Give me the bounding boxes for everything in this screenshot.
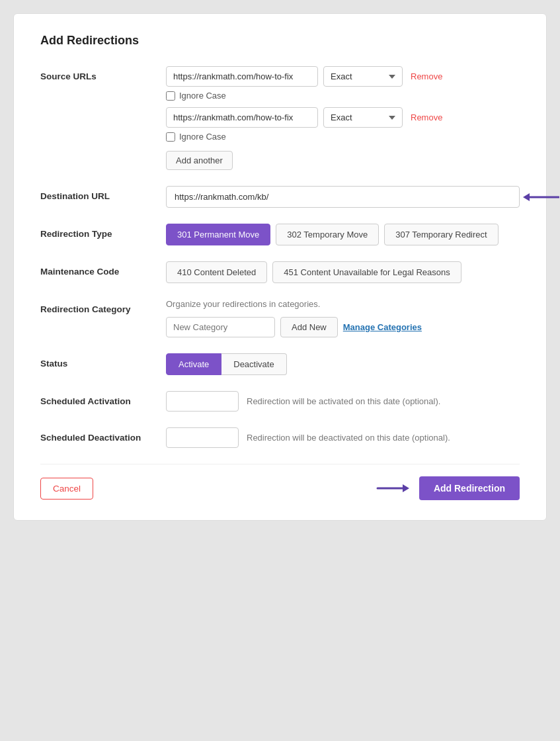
ignore-case-label-1: Ignore Case (179, 91, 226, 101)
svg-marker-0 (523, 193, 530, 201)
status-row: Status Activate Deactivate (40, 353, 520, 375)
deactivate-button[interactable]: Deactivate (221, 353, 286, 375)
category-input[interactable] (166, 317, 275, 337)
source-url-entry-2: Exact Contains Starts With Ends With Reg… (166, 107, 520, 128)
manage-categories-button[interactable]: Manage Categories (343, 322, 422, 332)
redirection-category-content: Organize your redirections in categories… (166, 299, 520, 337)
ignore-case-row-1: Ignore Case (166, 91, 520, 101)
maintenance-buttons: 410 Content Deleted 451 Content Unavaila… (166, 261, 520, 283)
remove-button-1[interactable]: Remove (408, 71, 445, 81)
cancel-button[interactable]: Cancel (40, 478, 93, 500)
source-url-input-1[interactable] (166, 66, 318, 87)
type-btn-307[interactable]: 307 Temporary Redirect (384, 224, 499, 245)
footer-row: Cancel Add Redirection (40, 464, 520, 500)
redirection-type-label: Redirection Type (40, 224, 166, 239)
redirection-category-row: Redirection Category Organize your redir… (40, 299, 520, 337)
redirection-type-buttons: 301 Permanent Move 302 Temporary Move 30… (166, 224, 520, 245)
status-buttons: Activate Deactivate (166, 353, 520, 375)
scheduled-activation-row: Scheduled Activation Redirection will be… (40, 391, 520, 412)
scheduled-deactivation-row: Scheduled Deactivation Redirection will … (40, 427, 520, 448)
scheduled-activation-note: Redirection will be activated on this da… (247, 396, 440, 406)
destination-url-content (166, 186, 520, 208)
match-select-2[interactable]: Exact Contains Starts With Ends With Reg… (323, 107, 403, 128)
maintenance-code-content: 410 Content Deleted 451 Content Unavaila… (166, 261, 520, 283)
scheduled-deactivation-note: Redirection will be deactivated on this … (247, 433, 450, 443)
destination-wrapper (166, 186, 520, 208)
add-redirection-arrow-icon (376, 481, 409, 496)
svg-marker-1 (403, 484, 409, 492)
redirection-type-content: 301 Permanent Move 302 Temporary Move 30… (166, 224, 520, 245)
destination-arrow-indicator (523, 189, 559, 205)
source-url-input-2[interactable] (166, 107, 318, 128)
arrow-icon (523, 189, 559, 205)
add-new-button[interactable]: Add New (280, 317, 338, 337)
source-urls-label: Source URLs (40, 66, 166, 81)
category-row: Add New Manage Categories (166, 317, 520, 337)
destination-url-label: Destination URL (40, 186, 166, 201)
redirection-category-label: Redirection Category (40, 299, 166, 314)
ignore-case-checkbox-2[interactable] (166, 132, 175, 142)
destination-url-input[interactable] (166, 186, 520, 208)
source-urls-content: Exact Contains Starts With Ends With Reg… (166, 66, 520, 170)
ignore-case-checkbox-1[interactable] (166, 91, 175, 101)
scheduled-activation-inner: Redirection will be activated on this da… (166, 391, 520, 412)
maint-btn-451[interactable]: 451 Content Unavailable for Legal Reason… (272, 261, 461, 283)
source-urls-row: Source URLs Exact Contains Starts With E… (40, 66, 520, 170)
page-title: Add Redirections (40, 34, 520, 48)
scheduled-activation-label: Scheduled Activation (40, 391, 166, 406)
maintenance-code-row: Maintenance Code 410 Content Deleted 451… (40, 261, 520, 283)
scheduled-activation-content: Redirection will be activated on this da… (166, 391, 520, 412)
type-btn-301[interactable]: 301 Permanent Move (166, 224, 270, 245)
scheduled-deactivation-label: Scheduled Deactivation (40, 427, 166, 443)
scheduled-deactivation-input[interactable] (166, 427, 239, 448)
category-description: Organize your redirections in categories… (166, 299, 520, 309)
status-content: Activate Deactivate (166, 353, 520, 375)
type-btn-302[interactable]: 302 Temporary Move (276, 224, 379, 245)
remove-button-2[interactable]: Remove (408, 112, 445, 122)
maintenance-code-label: Maintenance Code (40, 261, 166, 277)
destination-url-row: Destination URL (40, 186, 520, 208)
ignore-case-label-2: Ignore Case (179, 132, 226, 142)
add-another-button[interactable]: Add another (166, 151, 233, 170)
scheduled-deactivation-content: Redirection will be deactivated on this … (166, 427, 520, 448)
add-redirection-button[interactable]: Add Redirection (419, 476, 520, 500)
status-label: Status (40, 353, 166, 369)
match-select-1[interactable]: Exact Contains Starts With Ends With Reg… (323, 66, 403, 87)
redirection-type-row: Redirection Type 301 Permanent Move 302 … (40, 224, 520, 245)
add-redirections-card: Add Redirections Source URLs Exact Conta… (13, 13, 547, 521)
source-url-entry-1: Exact Contains Starts With Ends With Reg… (166, 66, 520, 87)
activate-button[interactable]: Activate (166, 353, 221, 375)
scheduled-deactivation-inner: Redirection will be deactivated on this … (166, 427, 520, 448)
maint-btn-410[interactable]: 410 Content Deleted (166, 261, 267, 283)
add-redirection-wrapper: Add Redirection (419, 476, 520, 500)
scheduled-activation-input[interactable] (166, 391, 239, 412)
ignore-case-row-2: Ignore Case (166, 132, 520, 142)
